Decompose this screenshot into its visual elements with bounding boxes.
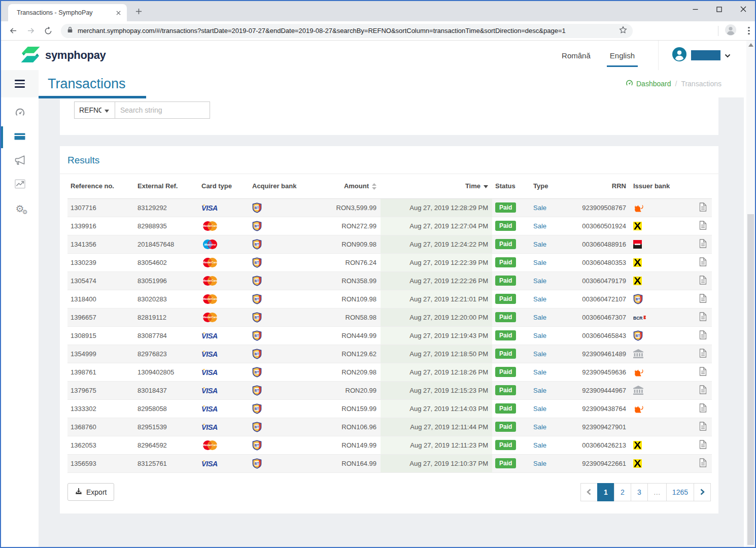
padlock-icon bbox=[67, 26, 73, 36]
window-maximize-button[interactable] bbox=[707, 1, 731, 17]
details-document-icon[interactable] bbox=[676, 217, 712, 235]
export-button[interactable]: Export bbox=[67, 483, 114, 501]
details-document-icon[interactable] bbox=[676, 308, 712, 326]
tab-close-icon[interactable] bbox=[114, 8, 123, 17]
breadcrumb-dashboard-link[interactable]: Dashboard bbox=[625, 79, 671, 89]
transaction-row[interactable]: 13987611309402805VISABTRON209.98Aug 27, … bbox=[67, 363, 712, 381]
reference-no: 1333302 bbox=[67, 399, 134, 418]
sidebar-item-line-chart[interactable] bbox=[1, 173, 39, 197]
svg-text:MasterCard: MasterCard bbox=[202, 316, 218, 319]
external-ref: 1309402805 bbox=[134, 363, 198, 381]
card-type-icon: MasterCard bbox=[198, 290, 249, 308]
back-button[interactable] bbox=[7, 24, 21, 38]
search-input[interactable] bbox=[115, 101, 210, 119]
transaction-row[interactable]: 136205382964592MasterCardBTRON149.99Aug … bbox=[67, 436, 712, 454]
transaction-row[interactable]: 136876082951539VISABTRON106.96Aug 27, 20… bbox=[67, 418, 712, 436]
transaction-row[interactable]: 130771683129292VISABTRON3,599.99Aug 27, … bbox=[67, 198, 712, 217]
transaction-row[interactable]: 135499982976823VISABTRON129.62Aug 27, 20… bbox=[67, 345, 712, 363]
window-minimize-button[interactable] bbox=[683, 1, 707, 17]
pagination-page-…[interactable]: … bbox=[647, 483, 667, 501]
details-document-icon[interactable] bbox=[676, 345, 712, 363]
pagination-page-2[interactable]: 2 bbox=[614, 483, 631, 501]
pagination-page-1265[interactable]: 1265 bbox=[666, 483, 694, 501]
external-ref: 82958058 bbox=[134, 399, 198, 418]
window-close-button[interactable] bbox=[731, 1, 755, 17]
sidebar: ⚙⚙ bbox=[1, 97, 39, 547]
svg-text:BT: BT bbox=[255, 260, 259, 264]
details-document-icon[interactable] bbox=[676, 399, 712, 418]
reference-no: 1362053 bbox=[67, 436, 134, 454]
transaction-type: Sale bbox=[530, 235, 569, 253]
title-row: Transactions Dashboard / Transactions bbox=[1, 70, 744, 97]
transaction-row[interactable]: 13413562018457648MaestroBTRON909.98Aug 2… bbox=[67, 235, 712, 253]
refresh-button[interactable] bbox=[41, 24, 55, 38]
card-type-icon: VISA bbox=[198, 418, 249, 436]
amount: RON909.98 bbox=[314, 235, 381, 253]
details-document-icon[interactable] bbox=[676, 454, 712, 472]
scrollbar[interactable] bbox=[746, 41, 755, 547]
brand-name: symphopay bbox=[45, 49, 106, 62]
amount: RON109.98 bbox=[314, 290, 381, 308]
forward-button[interactable] bbox=[24, 24, 38, 38]
toolbar-divider bbox=[718, 26, 718, 36]
pagination-page-3[interactable]: 3 bbox=[631, 483, 648, 501]
details-document-icon[interactable] bbox=[676, 253, 712, 271]
sidebar-item-credit-card[interactable] bbox=[1, 125, 39, 149]
rrn: 003060488916 bbox=[569, 235, 630, 253]
details-document-icon[interactable] bbox=[676, 271, 712, 290]
pagination-next[interactable] bbox=[694, 483, 711, 501]
details-document-icon[interactable] bbox=[676, 235, 712, 253]
transaction-type: Sale bbox=[530, 345, 569, 363]
language-english[interactable]: English bbox=[610, 51, 635, 60]
column-header-amount[interactable]: Amount bbox=[314, 174, 381, 198]
external-ref: 82951539 bbox=[134, 418, 198, 436]
details-document-icon[interactable] bbox=[676, 198, 712, 217]
transaction-row[interactable]: 133991682988935MasterCardBTRON272.99Aug … bbox=[67, 217, 712, 235]
details-document-icon[interactable] bbox=[676, 381, 712, 399]
sidebar-item-dashboard-gauge[interactable] bbox=[1, 101, 39, 125]
search-by-select[interactable]: REFNO bbox=[74, 101, 115, 119]
transaction-time: Aug 27, 2019 12:22:26 PM bbox=[381, 271, 492, 290]
transaction-time: Aug 27, 2019 12:18:50 PM bbox=[381, 345, 492, 363]
browser-menu-icon[interactable] bbox=[743, 25, 755, 37]
transaction-row[interactable]: 137967583018437VISABTRON20.99Aug 27, 201… bbox=[67, 381, 712, 399]
issuer-bank-icon bbox=[630, 363, 676, 381]
details-document-icon[interactable] bbox=[676, 436, 712, 454]
details-document-icon[interactable] bbox=[676, 363, 712, 381]
transaction-row[interactable]: 131840083020283MasterCardBTRON109.98Aug … bbox=[67, 290, 712, 308]
rrn: 923909427901 bbox=[569, 418, 630, 436]
new-tab-button[interactable] bbox=[132, 5, 145, 18]
transaction-time: Aug 27, 2019 12:21:01 PM bbox=[381, 290, 492, 308]
reference-no: 1398761 bbox=[67, 363, 134, 381]
browser-profile-avatar[interactable] bbox=[725, 24, 737, 38]
details-document-icon[interactable] bbox=[676, 326, 712, 345]
transaction-row[interactable]: 133330282958058VISABTRON159.99Aug 27, 20… bbox=[67, 399, 712, 418]
language-romana[interactable]: Română bbox=[562, 51, 591, 60]
header-divider bbox=[658, 41, 659, 70]
scrollbar-up-arrow[interactable] bbox=[748, 43, 753, 47]
address-bar[interactable]: merchant.symphopay.com/#/transactions?st… bbox=[61, 24, 633, 38]
symphopay-logo[interactable]: symphopay bbox=[20, 46, 106, 65]
pagination-page-1[interactable]: 1 bbox=[597, 483, 614, 501]
user-menu[interactable] bbox=[672, 47, 731, 64]
sidebar-item-gears[interactable]: ⚙⚙ bbox=[1, 197, 39, 221]
user-name-redacted bbox=[691, 50, 720, 60]
hamburger-menu-icon[interactable] bbox=[15, 80, 25, 88]
transaction-row[interactable]: 130547483051996MasterCardBTRON358.99Aug … bbox=[67, 271, 712, 290]
scrollbar-thumb[interactable] bbox=[747, 214, 754, 545]
column-header-time[interactable]: Time bbox=[381, 174, 492, 198]
issuer-bank-icon bbox=[630, 198, 676, 217]
transaction-row[interactable]: 135659383125761VISABTRON164.99Aug 27, 20… bbox=[67, 454, 712, 472]
details-document-icon[interactable] bbox=[676, 418, 712, 436]
bookmark-star-icon[interactable] bbox=[618, 25, 628, 37]
amount: RON449.99 bbox=[314, 326, 381, 345]
transaction-row[interactable]: 130891583087784VISABTRON449.99Aug 27, 20… bbox=[67, 326, 712, 345]
sidebar-item-megaphone[interactable] bbox=[1, 149, 39, 173]
transaction-row[interactable]: 133023983054602MasterCardBTRON76.24Aug 2… bbox=[67, 253, 712, 271]
transaction-row[interactable]: 139665782819112MasterCardBTRON58.98Aug 2… bbox=[67, 308, 712, 326]
details-document-icon[interactable] bbox=[676, 290, 712, 308]
pagination-previous[interactable] bbox=[580, 483, 598, 501]
transaction-time: Aug 27, 2019 12:11:44 PM bbox=[381, 418, 492, 436]
browser-tab[interactable]: Transactions - SymphoPay bbox=[8, 4, 127, 21]
results-title: Results bbox=[60, 146, 718, 174]
